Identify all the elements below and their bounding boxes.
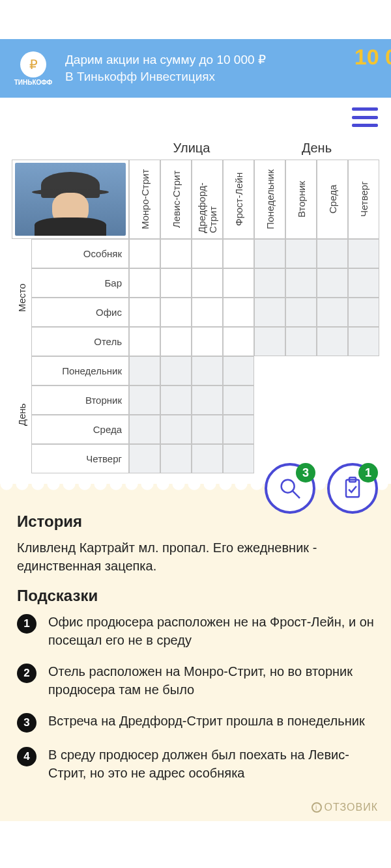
hints-button[interactable]: 3 [265, 463, 315, 514]
clue-num: 2 [17, 664, 36, 683]
grid-cell[interactable] [223, 356, 254, 385]
svg-point-0 [282, 480, 295, 493]
nav-row [0, 98, 391, 137]
col-street-3: Фрост-Лейн [223, 160, 254, 239]
grid-cell[interactable] [223, 385, 254, 415]
status-gap [0, 0, 391, 39]
void-cell [285, 356, 317, 385]
grid-cell[interactable] [285, 268, 317, 298]
ad-line1: Дарим акции на сумму до 10 000 ₽ [65, 51, 381, 68]
grid-cell[interactable] [192, 444, 223, 473]
grid-cell[interactable] [317, 298, 348, 327]
grid-cell[interactable] [285, 239, 317, 268]
void-cell [254, 385, 285, 415]
grid-cell[interactable] [129, 298, 160, 327]
hints-badge: 3 [296, 463, 315, 483]
grid-cell[interactable] [254, 268, 285, 298]
grid-cell[interactable] [160, 268, 192, 298]
void-cell [285, 385, 317, 415]
clue-text: Отель расположен на Монро-Стрит, но во в… [48, 662, 374, 699]
tinkoff-icon: ₽ [20, 51, 46, 77]
grid-cell[interactable] [129, 444, 160, 473]
void-cell [348, 356, 379, 385]
col-day-1: Вторник [285, 160, 317, 239]
void-cell [285, 415, 317, 444]
grid-cell[interactable] [254, 239, 285, 268]
ad-brand: ТИНЬКОФФ [14, 79, 53, 86]
grid-cell[interactable] [129, 356, 160, 385]
check-button[interactable]: 1 [327, 463, 378, 514]
group-street: Улица [129, 137, 254, 160]
row-place-2: Офис [31, 298, 129, 327]
avatar-corner [12, 160, 129, 239]
grid-cell[interactable] [317, 327, 348, 356]
grid-cell[interactable] [192, 356, 223, 385]
grid-cell[interactable] [192, 327, 223, 356]
clue-num: 1 [17, 614, 36, 634]
grid-cell[interactable] [192, 268, 223, 298]
grid-cell[interactable] [254, 298, 285, 327]
grid-cell[interactable] [129, 415, 160, 444]
grid-cell[interactable] [160, 239, 192, 268]
grid-cell[interactable] [129, 385, 160, 415]
grid-cell[interactable] [192, 385, 223, 415]
side-group-place: Место [12, 239, 31, 356]
grid-cell[interactable] [223, 268, 254, 298]
grid-cell[interactable] [223, 239, 254, 268]
void-cell [348, 385, 379, 415]
void-cell [254, 356, 285, 385]
grid-cell[interactable] [160, 415, 192, 444]
watermark-icon: i [311, 802, 322, 813]
row-place-0: Особняк [31, 239, 129, 268]
grid-cell[interactable] [348, 327, 379, 356]
grid-cell[interactable] [160, 327, 192, 356]
ad-banner[interactable]: ₽ ТИНЬКОФФ Дарим акции на сумму до 10 00… [0, 39, 391, 98]
fab-row: 3 1 [265, 463, 378, 514]
story-title: История [17, 512, 374, 531]
grid-cell[interactable] [160, 298, 192, 327]
grid-cell[interactable] [160, 356, 192, 385]
grid-cell[interactable] [254, 327, 285, 356]
grid-cell[interactable] [317, 239, 348, 268]
row-day-1: Вторник [31, 385, 129, 415]
void-cell [348, 415, 379, 444]
clue-num: 3 [17, 713, 36, 733]
grid-cell[interactable] [129, 239, 160, 268]
clues-title: Подсказки [17, 587, 374, 605]
clue-item: 4В среду продюсер должен был поехать на … [17, 746, 374, 782]
grid-cell[interactable] [192, 239, 223, 268]
grid-cell[interactable] [223, 444, 254, 473]
watermark-text: ОТЗОВИК [325, 802, 378, 813]
logic-grid: Монро-Стрит Левис-Стрит Дредфорд-Стрит Ф… [12, 160, 379, 473]
col-street-2: Дредфорд-Стрит [192, 160, 223, 239]
grid-cell[interactable] [285, 298, 317, 327]
story-panel: 3 1 История Кливленд Картрайт мл. пропал… [0, 492, 391, 821]
grid-cell[interactable] [160, 385, 192, 415]
clue-num: 4 [17, 747, 36, 766]
grid-cell[interactable] [192, 415, 223, 444]
ad-text: Дарим акции на сумму до 10 000 ₽ В Тиньк… [65, 51, 381, 85]
col-day-3: Четверг [348, 160, 379, 239]
grid-cell[interactable] [348, 298, 379, 327]
void-cell [254, 415, 285, 444]
clue-item: 1Офис продюсера расположен не на Фрост-Л… [17, 613, 374, 649]
grid-cell[interactable] [192, 298, 223, 327]
row-day-0: Понедельник [31, 356, 129, 385]
grid-cell[interactable] [348, 239, 379, 268]
grid-cell[interactable] [160, 444, 192, 473]
menu-button[interactable] [352, 107, 378, 127]
grid-cell[interactable] [129, 327, 160, 356]
top-group-titles: Улица День [129, 137, 379, 160]
ad-logo: ₽ ТИНЬКОФФ [10, 51, 56, 86]
col-street-0: Монро-Стрит [129, 160, 160, 239]
clue-text: В среду продюсер должен был поехать на Л… [48, 746, 374, 782]
grid-cell[interactable] [223, 415, 254, 444]
grid-cell[interactable] [223, 327, 254, 356]
grid-cell[interactable] [348, 268, 379, 298]
grid-cell[interactable] [285, 327, 317, 356]
col-street-1: Левис-Стрит [160, 160, 192, 239]
grid-cell[interactable] [223, 298, 254, 327]
grid-cell[interactable] [129, 268, 160, 298]
story-text: Кливленд Картрайт мл. пропал. Его ежедне… [17, 539, 374, 575]
grid-cell[interactable] [317, 268, 348, 298]
